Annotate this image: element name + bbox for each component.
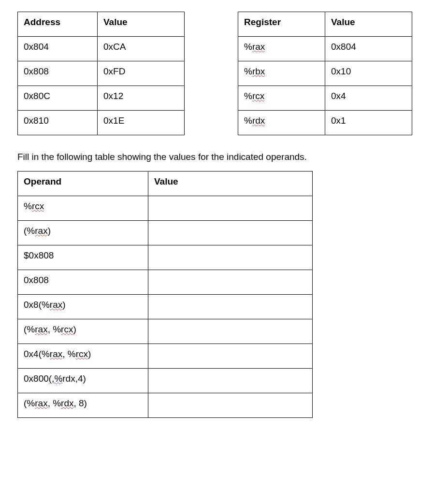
table-row: 0x804 0xCA <box>18 37 185 61</box>
table-row: $0x808 <box>18 245 313 270</box>
table-row: 0x8(%rax) <box>18 295 313 319</box>
operand-cell: 0x808 <box>18 270 148 295</box>
table-row: 0x80C 0x12 <box>18 86 185 111</box>
memory-address: 0x80C <box>18 86 98 111</box>
table-row: 0x810 0x1E <box>18 111 185 135</box>
table-row: (%rax) <box>18 221 313 245</box>
memory-value: 0x1E <box>98 111 185 135</box>
table-row: 0x808 <box>18 270 313 295</box>
operand-cell: 0x8(%rax) <box>18 295 148 319</box>
register-name: %rcx <box>238 86 325 111</box>
memory-address: 0x810 <box>18 111 98 135</box>
table-header-row: Operand Value <box>18 172 313 196</box>
table-row: (%rax, %rdx, 8) <box>18 393 313 418</box>
table-row: %rcx 0x4 <box>238 86 412 111</box>
operand-value-cell <box>148 270 313 295</box>
register-table: Register Value %rax 0x804 %rbx 0x10 %rcx… <box>238 12 412 135</box>
register-name: %rbx <box>238 61 325 86</box>
table-row: %rax 0x804 <box>238 37 412 61</box>
table-header-row: Register Value <box>238 12 412 37</box>
table-header-row: Address Value <box>18 12 185 37</box>
operand-table: Operand Value %rcx(%rax)$0x8080x8080x8(%… <box>17 171 313 418</box>
operand-cell: (%rax) <box>18 221 148 245</box>
register-name: %rax <box>238 37 325 61</box>
operand-value-cell <box>148 245 313 270</box>
register-value: 0x10 <box>325 61 412 86</box>
operand-value-cell <box>148 344 313 369</box>
operand-header-operand: Operand <box>18 172 148 196</box>
register-name: %rdx <box>238 111 325 135</box>
table-row: 0x808 0xFD <box>18 61 185 86</box>
memory-value: 0xCA <box>98 37 185 61</box>
memory-header-address: Address <box>18 12 98 37</box>
operand-value-cell <box>148 369 313 393</box>
table-row: 0x4(%rax, %rcx) <box>18 344 313 369</box>
instruction-text: Fill in the following table showing the … <box>17 152 431 162</box>
table-row: %rbx 0x10 <box>238 61 412 86</box>
top-tables-row: Address Value 0x804 0xCA 0x808 0xFD 0x80… <box>17 12 431 135</box>
operand-cell: (%rax, %rdx, 8) <box>18 393 148 418</box>
register-value: 0x1 <box>325 111 412 135</box>
operand-value-cell <box>148 319 313 344</box>
register-header-register: Register <box>238 12 325 37</box>
operand-cell: 0x4(%rax, %rcx) <box>18 344 148 369</box>
register-value: 0x804 <box>325 37 412 61</box>
operand-header-value: Value <box>148 172 313 196</box>
table-row: (%rax, %rcx) <box>18 319 313 344</box>
operand-value-cell <box>148 221 313 245</box>
memory-table: Address Value 0x804 0xCA 0x808 0xFD 0x80… <box>17 12 185 135</box>
operand-cell: %rcx <box>18 196 148 221</box>
register-value: 0x4 <box>325 86 412 111</box>
table-row: %rdx 0x1 <box>238 111 412 135</box>
memory-header-value: Value <box>98 12 185 37</box>
memory-address: 0x808 <box>18 61 98 86</box>
memory-address: 0x804 <box>18 37 98 61</box>
register-header-value: Value <box>325 12 412 37</box>
operand-cell: $0x808 <box>18 245 148 270</box>
table-row: %rcx <box>18 196 313 221</box>
memory-value: 0x12 <box>98 86 185 111</box>
operand-cell: (%rax, %rcx) <box>18 319 148 344</box>
operand-value-cell <box>148 393 313 418</box>
operand-cell: 0x800(,%rdx,4) <box>18 369 148 393</box>
operand-value-cell <box>148 196 313 221</box>
table-row: 0x800(,%rdx,4) <box>18 369 313 393</box>
operand-value-cell <box>148 295 313 319</box>
memory-value: 0xFD <box>98 61 185 86</box>
